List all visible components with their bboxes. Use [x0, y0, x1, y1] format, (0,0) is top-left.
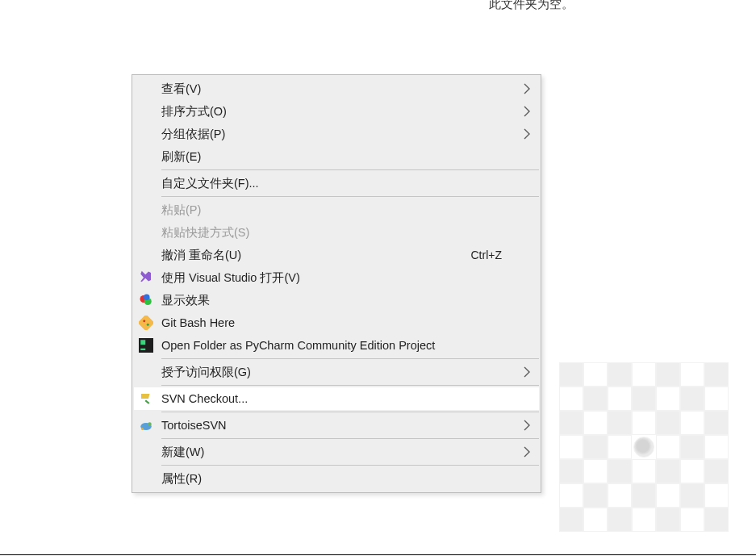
no-icon — [137, 224, 155, 240]
no-icon — [137, 103, 155, 119]
git-bash-icon — [137, 315, 155, 331]
svg-point-2 — [144, 295, 150, 301]
menu-item-item-11[interactable]: 显示效果 — [134, 289, 539, 311]
menu-item-u[interactable]: 撤消 重命名(U)Ctrl+Z — [134, 244, 539, 266]
menu-item-tortoisesvn[interactable]: TortoiseSVN — [134, 414, 539, 437]
menu-item-label: 查看(V) — [155, 82, 515, 97]
menu-item-p: 粘贴(P) — [134, 199, 539, 221]
menu-item-label: 刷新(E) — [155, 149, 515, 165]
menu-item-visual-studio-v[interactable]: 使用 Visual Studio 打开(V) — [134, 266, 539, 289]
menu-item-w[interactable]: 新建(W) — [134, 441, 539, 463]
chevron-right-icon — [515, 419, 534, 432]
menu-item-s: 粘贴快捷方式(S) — [134, 221, 539, 244]
menu-item-label: 分组依据(P) — [155, 127, 515, 142]
menu-item-label: Open Folder as PyCharm Community Edition… — [155, 339, 515, 352]
no-icon — [137, 126, 155, 142]
menu-separator — [161, 169, 539, 170]
menu-separator — [161, 358, 539, 359]
no-icon — [137, 81, 155, 97]
tortoise-svn-icon — [137, 417, 155, 433]
menu-item-g[interactable]: 授予访问权限(G) — [134, 361, 539, 383]
menu-item-label: 粘贴快捷方式(S) — [155, 225, 515, 240]
menu-item-accelerator: Ctrl+Z — [471, 249, 516, 261]
menu-item-label: 属性(R) — [155, 471, 515, 487]
menu-separator — [161, 438, 539, 439]
chevron-right-icon — [515, 105, 534, 118]
chevron-right-icon — [515, 128, 534, 140]
menu-item-label: 新建(W) — [155, 445, 515, 460]
no-icon — [137, 148, 155, 165]
menu-item-label: TortoiseSVN — [155, 419, 515, 432]
no-icon — [137, 202, 155, 218]
menu-item-label: 撤消 重命名(U) — [155, 248, 471, 263]
svg-point-11 — [141, 428, 144, 430]
menu-item-v[interactable]: 查看(V) — [134, 77, 539, 100]
menu-item-git-bash-here[interactable]: Git Bash Here — [134, 311, 539, 334]
no-icon — [137, 364, 155, 380]
menu-item-e[interactable]: 刷新(E) — [134, 145, 539, 168]
menu-item-label: 使用 Visual Studio 打开(V) — [155, 270, 515, 286]
no-icon — [137, 247, 155, 263]
display-effects-icon — [137, 292, 155, 308]
svg-point-10 — [148, 422, 152, 426]
context-menu: 查看(V)排序方式(O)分组依据(P)刷新(E)自定义文件夹(F)...粘贴(P… — [132, 74, 541, 493]
menu-item-p[interactable]: 分组依据(P) — [134, 123, 539, 145]
menu-separator — [161, 385, 539, 386]
qr-code-image — [559, 362, 729, 532]
menu-separator — [161, 412, 539, 412]
footer-divider — [0, 554, 756, 555]
no-icon — [137, 175, 155, 191]
menu-item-label: 显示效果 — [155, 293, 515, 308]
no-icon — [137, 470, 155, 487]
menu-item-o[interactable]: 排序方式(O) — [134, 100, 539, 123]
menu-item-label: 自定义文件夹(F)... — [155, 176, 515, 191]
chevron-right-icon — [515, 366, 534, 378]
menu-item-label: Git Bash Here — [155, 316, 515, 329]
svg-rect-3 — [139, 316, 153, 330]
menu-item-open-folder-as-pycharm-community-edition-project[interactable]: Open Folder as PyCharm Community Edition… — [134, 334, 539, 357]
svg-point-5 — [147, 324, 149, 326]
svg-rect-8 — [140, 349, 145, 350]
menu-item-r[interactable]: 属性(R) — [134, 467, 539, 490]
menu-item-svn-checkout[interactable]: SVN Checkout... — [134, 387, 539, 410]
menu-item-f[interactable]: 自定义文件夹(F)... — [134, 172, 539, 194]
menu-separator — [161, 465, 539, 466]
menu-item-label: SVN Checkout... — [155, 392, 515, 405]
no-icon — [137, 444, 155, 460]
empty-folder-text: 此文件夹为空。 — [489, 0, 574, 12]
menu-item-label: 粘贴(P) — [155, 203, 515, 218]
svg-rect-7 — [140, 340, 145, 345]
menu-item-label: 排序方式(O) — [155, 104, 515, 119]
pycharm-icon — [137, 337, 155, 353]
menu-item-label: 授予访问权限(G) — [155, 365, 515, 380]
visual-studio-icon — [137, 270, 155, 286]
chevron-right-icon — [515, 445, 534, 458]
menu-separator — [161, 196, 539, 197]
svg-point-4 — [143, 320, 145, 322]
chevron-right-icon — [515, 82, 534, 95]
svn-checkout-icon — [137, 391, 155, 407]
